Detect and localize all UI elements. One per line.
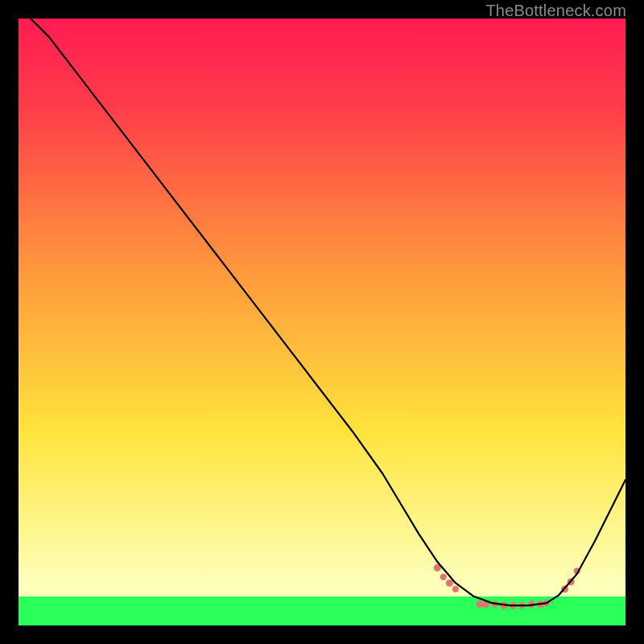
bottleneck-curve (31, 19, 625, 605)
chart-canvas: TheBottleneck.com (0, 0, 644, 644)
marker-cluster (434, 564, 580, 609)
watermark-text: TheBottleneck.com (485, 2, 626, 20)
marker-point (440, 574, 447, 580)
marker-point (446, 580, 453, 587)
chart-overlay (19, 19, 625, 625)
marker-point (452, 586, 459, 592)
